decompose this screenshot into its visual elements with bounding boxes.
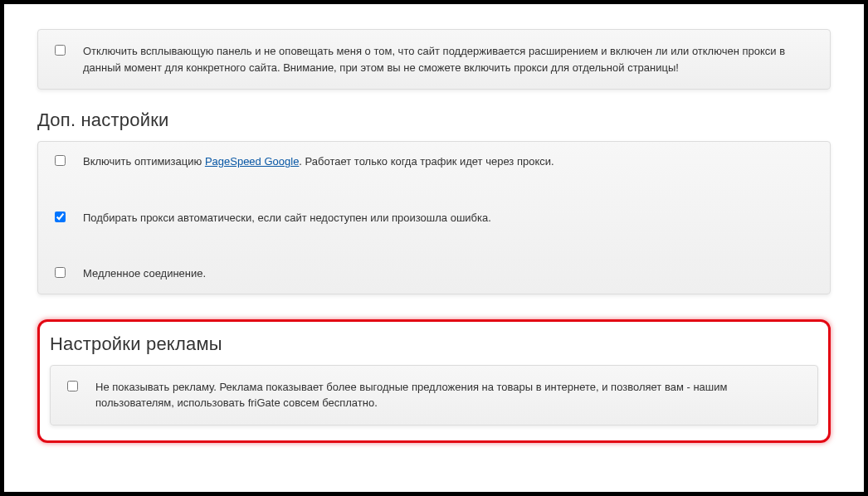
setting-row-auto-proxy: Подбирать прокси автоматически, если сай… [38, 198, 830, 238]
checkbox-auto-proxy[interactable] [55, 212, 66, 222]
setting-row-popup: Отключить всплывающую панель и не оповещ… [38, 30, 830, 89]
ad-settings-highlight: Настройки рекламы Не показывать рекламу.… [37, 319, 831, 443]
checkbox-hide-ads[interactable] [67, 381, 78, 391]
settings-page: Отключить всплывающую панель и не оповещ… [4, 4, 864, 492]
label-text-after: . Работает только когда трафик идет чере… [299, 155, 553, 168]
checkbox-pagespeed[interactable] [55, 155, 66, 166]
setting-label: Подбирать прокси автоматически, если сай… [83, 210, 813, 226]
setting-label: Не показывать рекламу. Реклама показывае… [95, 379, 801, 411]
checkbox-disable-popup[interactable] [55, 45, 66, 56]
additional-settings-panel: Включить оптимизацию PageSpeed Google. Р… [37, 141, 831, 294]
heading-additional-settings: Доп. настройки [37, 109, 831, 131]
ad-settings-panel: Не показывать рекламу. Реклама показывае… [50, 365, 818, 425]
checkbox-slow-connection[interactable] [55, 267, 66, 278]
setting-row-slow-connection: Медленное соединение. [38, 254, 830, 294]
heading-ad-settings: Настройки рекламы [50, 333, 818, 355]
label-text-before: Включить оптимизацию [83, 155, 205, 168]
popup-panel-settings: Отключить всплывающую панель и не оповещ… [37, 29, 831, 90]
setting-label: Отключить всплывающую панель и не оповещ… [83, 43, 813, 75]
setting-label: Медленное соединение. [83, 265, 813, 282]
setting-label: Включить оптимизацию PageSpeed Google. Р… [83, 153, 813, 170]
setting-row-pagespeed: Включить оптимизацию PageSpeed Google. Р… [38, 142, 830, 182]
setting-row-hide-ads: Не показывать рекламу. Реклама показывае… [51, 366, 817, 425]
link-pagespeed-google[interactable]: PageSpeed Google [205, 155, 299, 168]
